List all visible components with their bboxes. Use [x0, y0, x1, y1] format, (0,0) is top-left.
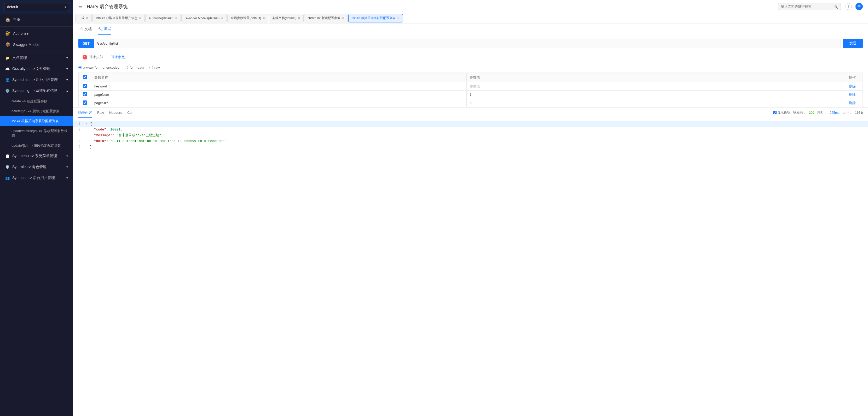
line-toggle	[84, 144, 89, 150]
tabs-bar: ...成 ✕ info => 获取当前登录用户信息 ✕ Authorize(de…	[73, 13, 868, 24]
radio-urlencoded-input[interactable]	[79, 66, 82, 69]
tab-authorize[interactable]: Authorize(default) ✕	[145, 14, 181, 23]
line-number: 3	[73, 133, 84, 138]
sidebar-group-sys-user[interactable]: 👥 Sys-user => 后台用户管理 ▾	[0, 173, 73, 183]
menu-icon[interactable]: ☰	[79, 4, 83, 9]
delete-button[interactable]: 删除	[849, 84, 856, 88]
line-toggle[interactable]: ▾	[84, 121, 89, 127]
help-icon[interactable]: ?	[845, 3, 852, 10]
tab-create[interactable]: create => 新建配置参数 ✕	[304, 14, 348, 23]
project-select[interactable]: default	[4, 3, 69, 11]
tab-close-icon[interactable]: ✕	[221, 16, 223, 20]
tab-close-icon[interactable]: ✕	[175, 16, 178, 20]
sidebar-item-update[interactable]: update/{id} => 修改指定配置参数	[0, 141, 73, 150]
radio-form-data-input[interactable]	[125, 66, 128, 69]
tab-list[interactable]: list => 根据关键字获取配置列表 ✕	[348, 14, 403, 23]
sidebar-group-oss[interactable]: ☁️ Oss-aliyun => 文件管理 ▾	[0, 63, 73, 74]
tab-headers-label: Headers	[109, 111, 122, 114]
sidebar-item-home[interactable]: 🏠 主页	[0, 14, 73, 25]
param-value-input[interactable]	[469, 101, 840, 105]
th-param-value: 参数值	[466, 73, 842, 82]
sidebar-item-update-status[interactable]: update/status/{id} => 修改配置参数状态	[0, 126, 73, 141]
tab-curl-label: Curl	[127, 111, 133, 114]
delete-button[interactable]: 删除	[849, 101, 856, 105]
tab-request-params[interactable]: 请求参数	[107, 52, 129, 62]
sidebar-group-sys-admin[interactable]: 👤 Sys-admin => 后台用户管理 ▾	[0, 74, 73, 85]
delete-button[interactable]: 删除	[849, 93, 856, 97]
tab-close-icon[interactable]: ✕	[342, 16, 344, 20]
sidebar-item-authorize[interactable]: 🔐 Authorize	[0, 28, 73, 39]
radio-raw[interactable]: raw	[150, 66, 160, 69]
sidebar-item-swagger-models[interactable]: 📦 Swagger Models	[0, 39, 73, 50]
line-number: 4	[73, 138, 84, 144]
status-code: 200	[809, 111, 814, 114]
tab-global-params[interactable]: 全局参数设置(default) ✕	[227, 14, 268, 23]
tab-curl[interactable]: Curl	[127, 107, 133, 118]
select-all-checkbox[interactable]	[83, 75, 87, 79]
param-value-input[interactable]	[469, 84, 840, 89]
show-description-checkbox[interactable]	[773, 111, 777, 114]
sidebar-item-update-label: update/{id} => 修改指定配置参数	[11, 143, 61, 148]
header-badge: 1	[83, 55, 87, 60]
tab-debug-label: 调试	[104, 24, 111, 35]
param-value-input[interactable]	[469, 92, 840, 97]
params-table: 参数名称 参数值 操作 删除	[79, 73, 863, 107]
search-icon[interactable]: 🔍	[834, 4, 838, 9]
code-line: 5 }	[73, 144, 868, 150]
send-button[interactable]: 发送	[843, 39, 863, 48]
tab-label: 全局参数设置(default)	[231, 16, 261, 20]
tab-offline-doc[interactable]: 离线文档(default) ✕	[269, 14, 304, 23]
tab-close-icon[interactable]: ✕	[397, 16, 400, 20]
oss-icon: ☁️	[5, 67, 10, 71]
line-content: "data": "Full authentication is required…	[89, 138, 868, 144]
sys-admin-icon: 👤	[5, 78, 10, 82]
row-checkbox[interactable]	[83, 92, 87, 96]
tab-headers[interactable]: Headers	[109, 107, 122, 118]
sidebar-group-doc-mgmt[interactable]: 📁 文档管理 ▾	[0, 53, 73, 63]
tab-close-icon[interactable]: ✕	[86, 16, 88, 20]
row-checkbox[interactable]	[83, 84, 87, 88]
debug-icon: 🔧	[98, 24, 102, 35]
param-name-input[interactable]	[93, 101, 464, 105]
radio-urlencoded[interactable]: x-www-form-urlencoded	[79, 66, 119, 69]
row-checkbox[interactable]	[83, 101, 87, 105]
tab-swagger-models[interactable]: Swagger Models(default) ✕	[181, 14, 227, 23]
sidebar-item-create[interactable]: create => 新建配置参数	[0, 96, 73, 106]
tab-debug[interactable]: 🔧 调试	[98, 24, 111, 35]
radio-form-data[interactable]: form-data	[125, 66, 144, 69]
lang-button[interactable]: 中	[856, 3, 863, 10]
search-input[interactable]	[781, 4, 831, 8]
sidebar-group-sys-menu[interactable]: 📋 Sys-menu => 系统菜单管理 ▾	[0, 150, 73, 162]
param-name-input[interactable]	[93, 84, 464, 89]
show-description-label: 显示说明	[778, 110, 790, 115]
line-content: }	[89, 144, 868, 150]
time-label: 耗时：	[817, 110, 827, 115]
tab-info[interactable]: info => 获取当前登录用户信息 ✕	[92, 14, 145, 23]
response-tabs-bar: 响应内容 Raw Headers Curl 显示说明	[73, 107, 868, 118]
divider	[0, 51, 73, 51]
url-input[interactable]	[94, 39, 841, 48]
sidebar-group-sys-role[interactable]: 🛡️ Sys-role => 角色管理 ▾	[0, 162, 73, 173]
code-line: 3 "message": "暂未登录或token已经过期",	[73, 133, 868, 138]
radio-raw-input[interactable]	[150, 66, 153, 69]
sidebar-group-sys-config[interactable]: ⚙️ Sys-config => 系统配置信息 ▴	[0, 85, 73, 96]
tab-doc[interactable]: 📄 文档	[79, 24, 92, 35]
sidebar-item-delete-label: delete/{id} => 删除指定配置参数	[11, 109, 60, 113]
tab-label: Authorize(default)	[149, 16, 174, 20]
tab-raw[interactable]: Raw	[97, 107, 104, 118]
sidebar-item-home-label: 主页	[13, 18, 20, 22]
tab-request-headers[interactable]: 1 请求头部	[79, 52, 107, 62]
line-content: {	[89, 121, 868, 127]
tab-close-icon[interactable]: ✕	[262, 16, 265, 20]
tab-prev[interactable]: ...成 ✕	[75, 14, 92, 23]
sidebar-item-swagger-label: Swagger Models	[13, 42, 40, 47]
tab-close-icon[interactable]: ✕	[298, 16, 300, 20]
sidebar-item-delete[interactable]: delete/{id} => 删除指定配置参数	[0, 106, 73, 116]
sys-user-icon: 👥	[5, 176, 10, 180]
param-name-input[interactable]	[93, 92, 464, 97]
tab-close-icon[interactable]: ✕	[139, 16, 142, 20]
chevron-down-icon: ▾	[66, 176, 68, 180]
sidebar-item-list[interactable]: list => 根据关键字获取配置列表	[0, 116, 73, 126]
sidebar-group-sys-user-label: Sys-user => 后台用户管理	[12, 176, 55, 180]
tab-response-content[interactable]: 响应内容	[79, 107, 92, 118]
